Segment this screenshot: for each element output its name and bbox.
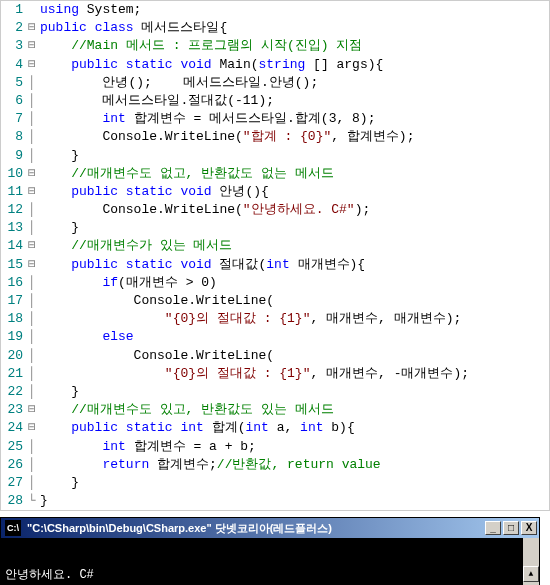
code-content[interactable]: Console.WriteLine("안녕하세요. C#"); bbox=[38, 201, 549, 219]
code-content[interactable]: //매개변수도 없고, 반환값도 없는 메서드 bbox=[38, 165, 549, 183]
code-content[interactable]: 안녕(); 메서드스타일.안녕(); bbox=[38, 74, 549, 92]
code-line[interactable]: 9│ } bbox=[1, 147, 549, 165]
fold-marker[interactable]: ⊟ bbox=[26, 401, 38, 419]
code-content[interactable]: } bbox=[38, 147, 549, 165]
code-content[interactable]: } bbox=[38, 474, 549, 492]
fold-marker[interactable]: └ bbox=[26, 492, 38, 510]
fold-marker[interactable]: │ bbox=[26, 74, 38, 92]
code-content[interactable]: //Main 메서드 : 프로그램의 시작(진입) 지점 bbox=[38, 37, 549, 55]
fold-marker[interactable]: │ bbox=[26, 110, 38, 128]
code-content[interactable]: //매개변수가 있는 메서드 bbox=[38, 237, 549, 255]
code-content[interactable]: 메서드스타일.절대값(-11); bbox=[38, 92, 549, 110]
code-content[interactable]: if(매개변수 > 0) bbox=[38, 274, 549, 292]
code-line[interactable]: 3⊟ //Main 메서드 : 프로그램의 시작(진입) 지점 bbox=[1, 37, 549, 55]
code-content[interactable]: public class 메서드스타일{ bbox=[38, 19, 549, 37]
code-line[interactable]: 17│ Console.WriteLine( bbox=[1, 292, 549, 310]
fold-marker[interactable]: │ bbox=[26, 456, 38, 474]
fold-marker[interactable]: │ bbox=[26, 219, 38, 237]
fold-marker[interactable]: │ bbox=[26, 147, 38, 165]
line-number: 14 bbox=[1, 237, 26, 255]
fold-marker[interactable]: │ bbox=[26, 474, 38, 492]
line-number: 21 bbox=[1, 365, 26, 383]
code-line[interactable]: 18│ "{0}의 절대값 : {1}", 매개변수, 매개변수); bbox=[1, 310, 549, 328]
code-line[interactable]: 4⊟ public static void Main(string [] arg… bbox=[1, 56, 549, 74]
code-line[interactable]: 12│ Console.WriteLine("안녕하세요. C#"); bbox=[1, 201, 549, 219]
code-line[interactable]: 22│ } bbox=[1, 383, 549, 401]
code-line[interactable]: 28└} bbox=[1, 492, 549, 510]
vertical-scrollbar[interactable]: ▲ ▼ bbox=[523, 538, 539, 585]
fold-marker[interactable]: ⊟ bbox=[26, 183, 38, 201]
fold-marker[interactable]: │ bbox=[26, 328, 38, 346]
code-content[interactable]: } bbox=[38, 219, 549, 237]
code-line[interactable]: 24⊟ public static int 합계(int a, int b){ bbox=[1, 419, 549, 437]
code-content[interactable]: else bbox=[38, 328, 549, 346]
fold-marker[interactable]: ⊟ bbox=[26, 419, 38, 437]
fold-marker[interactable]: ⊟ bbox=[26, 56, 38, 74]
scroll-up-icon[interactable]: ▲ bbox=[523, 566, 539, 582]
fold-marker[interactable]: ⊟ bbox=[26, 237, 38, 255]
code-line[interactable]: 23⊟ //매개변수도 있고, 반환값도 있는 메서드 bbox=[1, 401, 549, 419]
code-line[interactable]: 13│ } bbox=[1, 219, 549, 237]
console-window: C:\ "C:\CSharp\bin\Debug\CSharp.exe" 닷넷코… bbox=[0, 517, 540, 585]
code-line[interactable]: 27│ } bbox=[1, 474, 549, 492]
code-content[interactable]: Console.WriteLine("합계 : {0}", 합계변수); bbox=[38, 128, 549, 146]
code-line[interactable]: 15⊟ public static void 절대값(int 매개변수){ bbox=[1, 256, 549, 274]
line-number: 4 bbox=[1, 56, 26, 74]
code-content[interactable]: public static void Main(string [] args){ bbox=[38, 56, 549, 74]
fold-marker[interactable]: │ bbox=[26, 310, 38, 328]
fold-marker[interactable]: │ bbox=[26, 438, 38, 456]
line-number: 3 bbox=[1, 37, 26, 55]
fold-marker[interactable]: │ bbox=[26, 292, 38, 310]
code-line[interactable]: 19│ else bbox=[1, 328, 549, 346]
code-content[interactable]: "{0}의 절대값 : {1}", 매개변수, -매개변수); bbox=[38, 365, 549, 383]
code-line[interactable]: 11⊟ public static void 안녕(){ bbox=[1, 183, 549, 201]
code-line[interactable]: 7│ int 합계변수 = 메서드스타일.합계(3, 8); bbox=[1, 110, 549, 128]
code-line[interactable]: 10⊟ //매개변수도 없고, 반환값도 없는 메서드 bbox=[1, 165, 549, 183]
minimize-button[interactable]: _ bbox=[485, 521, 501, 535]
code-content[interactable]: return 합계변수;//반환값, return value bbox=[38, 456, 549, 474]
code-line[interactable]: 26│ return 합계변수;//반환값, return value bbox=[1, 456, 549, 474]
fold-marker[interactable] bbox=[26, 1, 38, 19]
code-content[interactable]: public static int 합계(int a, int b){ bbox=[38, 419, 549, 437]
code-content[interactable]: } bbox=[38, 383, 549, 401]
maximize-button[interactable]: □ bbox=[503, 521, 519, 535]
code-line[interactable]: 6│ 메서드스타일.절대값(-11); bbox=[1, 92, 549, 110]
fold-marker[interactable]: │ bbox=[26, 365, 38, 383]
code-line[interactable]: 21│ "{0}의 절대값 : {1}", 매개변수, -매개변수); bbox=[1, 365, 549, 383]
code-content[interactable]: int 합계변수 = 메서드스타일.합계(3, 8); bbox=[38, 110, 549, 128]
fold-marker[interactable]: ⊟ bbox=[26, 19, 38, 37]
code-line[interactable]: 25│ int 합계변수 = a + b; bbox=[1, 438, 549, 456]
fold-marker[interactable]: │ bbox=[26, 383, 38, 401]
code-editor[interactable]: 1 using System;2⊟public class 메서드스타일{3⊟ … bbox=[0, 0, 550, 511]
line-number: 11 bbox=[1, 183, 26, 201]
line-number: 5 bbox=[1, 74, 26, 92]
line-number: 7 bbox=[1, 110, 26, 128]
fold-marker[interactable]: │ bbox=[26, 201, 38, 219]
close-button[interactable]: X bbox=[521, 521, 537, 535]
code-content[interactable]: int 합계변수 = a + b; bbox=[38, 438, 549, 456]
fold-marker[interactable]: │ bbox=[26, 347, 38, 365]
code-line[interactable]: 20│ Console.WriteLine( bbox=[1, 347, 549, 365]
code-line[interactable]: 14⊟ //매개변수가 있는 메서드 bbox=[1, 237, 549, 255]
code-line[interactable]: 8│ Console.WriteLine("합계 : {0}", 합계변수); bbox=[1, 128, 549, 146]
code-line[interactable]: 1 using System; bbox=[1, 1, 549, 19]
fold-marker[interactable]: ⊟ bbox=[26, 256, 38, 274]
code-content[interactable]: //매개변수도 있고, 반환값도 있는 메서드 bbox=[38, 401, 549, 419]
code-content[interactable]: "{0}의 절대값 : {1}", 매개변수, 매개변수); bbox=[38, 310, 549, 328]
code-content[interactable]: Console.WriteLine( bbox=[38, 347, 549, 365]
code-content[interactable]: Console.WriteLine( bbox=[38, 292, 549, 310]
fold-marker[interactable]: ⊟ bbox=[26, 37, 38, 55]
code-content[interactable]: public static void 안녕(){ bbox=[38, 183, 549, 201]
code-line[interactable]: 5│ 안녕(); 메서드스타일.안녕(); bbox=[1, 74, 549, 92]
fold-marker[interactable]: │ bbox=[26, 274, 38, 292]
titlebar[interactable]: C:\ "C:\CSharp\bin\Debug\CSharp.exe" 닷넷코… bbox=[1, 518, 539, 538]
code-line[interactable]: 2⊟public class 메서드스타일{ bbox=[1, 19, 549, 37]
line-number: 26 bbox=[1, 456, 26, 474]
code-content[interactable]: using System; bbox=[38, 1, 549, 19]
fold-marker[interactable]: │ bbox=[26, 128, 38, 146]
fold-marker[interactable]: ⊟ bbox=[26, 165, 38, 183]
fold-marker[interactable]: │ bbox=[26, 92, 38, 110]
code-content[interactable]: } bbox=[38, 492, 549, 510]
code-content[interactable]: public static void 절대값(int 매개변수){ bbox=[38, 256, 549, 274]
code-line[interactable]: 16│ if(매개변수 > 0) bbox=[1, 274, 549, 292]
